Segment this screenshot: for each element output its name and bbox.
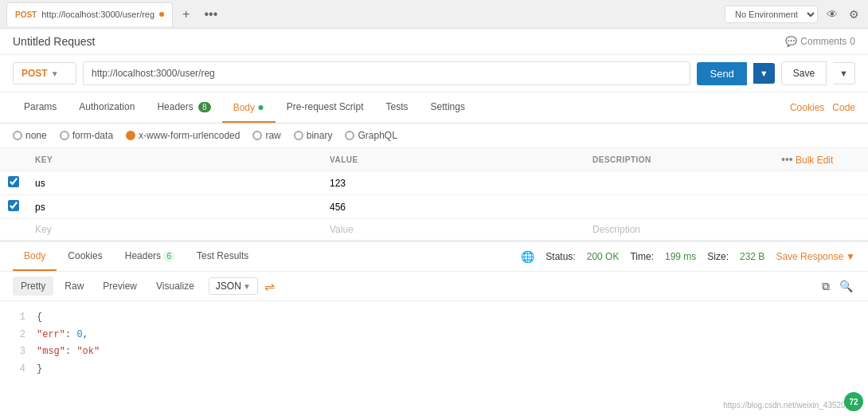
- save-button[interactable]: Save: [781, 61, 827, 85]
- globe-icon: 🌐: [521, 250, 534, 263]
- radio-form-data[interactable]: form-data: [60, 130, 113, 141]
- row-1-key-input[interactable]: [35, 178, 314, 189]
- response-section: Body Cookies Headers 6 Test Results 🌐 St…: [0, 241, 868, 386]
- kv-table-container: KEY VALUE DESCRIPTION ••• Bulk Edit: [0, 148, 868, 241]
- col-actions-header: ••• Bulk Edit: [773, 148, 868, 171]
- view-tab-visualize[interactable]: Visualize: [148, 277, 202, 296]
- comments-button[interactable]: 💬 Comments 0: [785, 36, 855, 47]
- eye-button[interactable]: 👁: [824, 6, 840, 23]
- method-label: POST: [22, 68, 48, 79]
- format-arrow-icon: ▼: [243, 282, 251, 291]
- radio-raw[interactable]: raw: [252, 130, 280, 141]
- request-title: Untitled Request: [13, 35, 96, 48]
- headers-badge: 8: [198, 102, 211, 112]
- save-response-arrow-icon: ▼: [846, 251, 855, 262]
- tab-body[interactable]: Body ●: [222, 92, 276, 123]
- col-value-header: VALUE: [322, 148, 585, 171]
- comments-label: Comments: [800, 36, 846, 47]
- bulk-edit-button[interactable]: Bulk Edit: [796, 155, 833, 166]
- radio-label-form-data: form-data: [72, 130, 113, 141]
- send-dropdown-button[interactable]: ▼: [753, 63, 775, 84]
- radio-circle-urlencoded: [126, 131, 135, 140]
- radio-circle-none: [13, 131, 22, 140]
- response-status-area: 🌐 Status: 200 OK Time: 199 ms Size: 232 …: [521, 250, 855, 263]
- empty-key-placeholder: Key: [35, 224, 52, 235]
- request-tab[interactable]: POST http://localhost:3000/user/reg: [6, 2, 173, 26]
- row-2-desc-input[interactable]: [592, 202, 765, 213]
- time-value: 199 ms: [665, 251, 696, 262]
- row-2-key-input[interactable]: [35, 202, 314, 213]
- cookies-link[interactable]: Cookies: [790, 94, 824, 121]
- response-tab-body[interactable]: Body: [13, 242, 57, 271]
- radio-label-binary: binary: [307, 130, 333, 141]
- send-button[interactable]: Send: [697, 62, 746, 85]
- tab-settings[interactable]: Settings: [420, 93, 476, 122]
- table-row: [0, 171, 868, 195]
- add-tab-button[interactable]: +: [178, 6, 194, 23]
- line-number: 2: [13, 327, 25, 344]
- row-2-value-input[interactable]: [330, 202, 577, 213]
- tab-headers[interactable]: Headers 8: [146, 93, 221, 122]
- code-line-1: 1 {: [13, 309, 855, 327]
- radio-label-none: none: [25, 130, 47, 141]
- radio-circle-binary: [294, 131, 303, 140]
- url-input[interactable]: [83, 61, 690, 85]
- method-select[interactable]: POST ▼: [13, 62, 76, 84]
- table-empty-row: Key Value Description: [0, 219, 868, 241]
- response-tab-test-results[interactable]: Test Results: [186, 242, 260, 271]
- radio-urlencoded[interactable]: x-www-form-urlencoded: [126, 130, 240, 141]
- gear-button[interactable]: ⚙: [846, 6, 862, 23]
- size-label: Size:: [707, 251, 729, 262]
- code-line-2: 2 "err": 0,: [13, 327, 855, 344]
- comment-icon: 💬: [785, 36, 797, 47]
- format-select[interactable]: JSON ▼: [209, 277, 258, 295]
- wrap-button[interactable]: ⇌: [264, 279, 275, 294]
- environment-area: No Environment 👁 ⚙: [725, 6, 862, 23]
- code-content: {: [37, 309, 42, 327]
- response-tab-cookies[interactable]: Cookies: [57, 242, 113, 271]
- radio-circle-graphql: [345, 131, 354, 140]
- radio-binary[interactable]: binary: [294, 130, 333, 141]
- response-headers-badge: 6: [163, 251, 174, 261]
- radio-none[interactable]: none: [13, 130, 47, 141]
- save-response-label: Save Response: [776, 251, 843, 262]
- view-tabs-bar: Pretty Raw Preview Visualize JSON ▼ ⇌ ⧉ …: [0, 272, 868, 301]
- col-check-header: [0, 148, 27, 171]
- body-active-dot: ●: [257, 100, 264, 113]
- view-tab-preview[interactable]: Preview: [95, 277, 145, 296]
- row-1-checkbox[interactable]: [8, 176, 19, 187]
- tab-authorization[interactable]: Authorization: [68, 93, 146, 122]
- search-button[interactable]: 🔍: [837, 277, 855, 296]
- row-1-desc-input[interactable]: [592, 178, 765, 189]
- view-tab-right-actions: ⧉ 🔍: [819, 277, 855, 296]
- view-tab-raw[interactable]: Raw: [57, 277, 92, 296]
- time-label: Time:: [630, 251, 654, 262]
- row-2-checkbox[interactable]: [8, 200, 19, 211]
- tab-prerequest[interactable]: Pre-request Script: [276, 93, 375, 122]
- code-output: 1 { 2 "err": 0, 3 "msg": "ok" 4 }: [0, 301, 868, 386]
- tab-params[interactable]: Params: [13, 93, 68, 122]
- response-tab-headers[interactable]: Headers 6: [114, 242, 186, 271]
- comments-count: 0: [850, 36, 855, 47]
- body-type-bar: none form-data x-www-form-urlencoded raw…: [0, 124, 868, 148]
- view-tab-pretty[interactable]: Pretty: [13, 277, 53, 296]
- radio-circle-raw: [252, 131, 262, 140]
- row-1-value-input[interactable]: [330, 178, 577, 189]
- code-link[interactable]: Code: [832, 94, 855, 121]
- environment-select[interactable]: No Environment: [725, 6, 818, 23]
- code-content: "err": 0,: [37, 327, 88, 344]
- radio-graphql[interactable]: GraphQL: [345, 130, 397, 141]
- status-label: Status:: [545, 251, 575, 262]
- top-bar: POST http://localhost:3000/user/reg + ••…: [0, 0, 868, 29]
- line-number: 3: [13, 343, 25, 361]
- save-response-button[interactable]: Save Response ▼: [776, 251, 855, 262]
- save-dropdown-button[interactable]: ▼: [833, 62, 855, 84]
- tab-tests[interactable]: Tests: [375, 93, 420, 122]
- table-more-button[interactable]: •••: [781, 153, 793, 166]
- tab-right-links: Cookies Code: [790, 94, 855, 121]
- code-content: "msg": "ok": [37, 343, 100, 361]
- copy-button[interactable]: ⧉: [819, 277, 832, 296]
- size-value: 232 B: [740, 251, 764, 262]
- empty-desc-placeholder: Description: [592, 224, 640, 235]
- more-tabs-button[interactable]: •••: [199, 6, 222, 23]
